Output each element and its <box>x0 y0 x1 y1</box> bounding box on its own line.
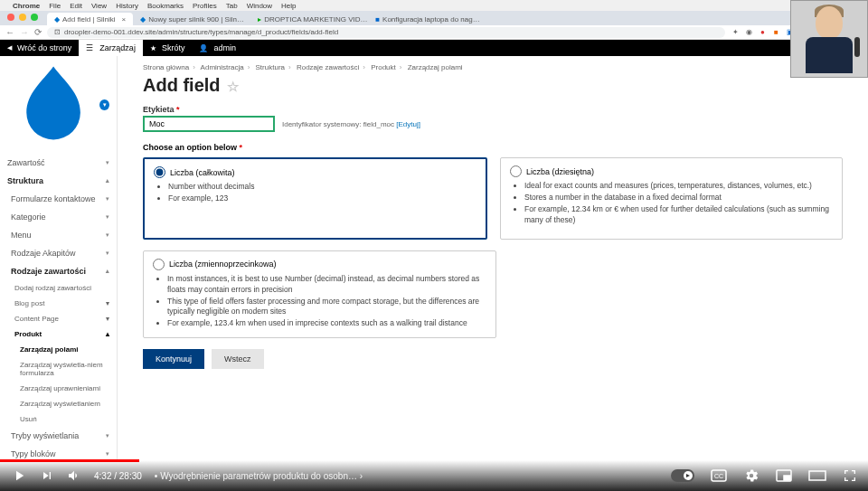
drupal-logo-icon <box>7 59 99 151</box>
shortcuts-menu[interactable]: Skróty <box>143 40 193 56</box>
breadcrumb-item[interactable]: Zarządzaj polami <box>408 63 463 71</box>
svg-rect-7 <box>784 476 790 480</box>
toolbar-label: Wróć do strony <box>17 43 71 52</box>
browser-tab[interactable]: ■Konfiguracja laptopa do nag…× <box>368 13 486 25</box>
webcam-overlay <box>790 0 868 78</box>
option-bullet: For example, 123.4 km when used in impre… <box>167 318 486 329</box>
theater-icon[interactable] <box>808 470 826 481</box>
sidebar-sub-blog[interactable]: Blog post▾ <box>0 296 117 311</box>
sidebar-item-block-types[interactable]: Typy bloków <box>0 445 117 460</box>
menu-chrome[interactable]: Chrome <box>13 2 40 10</box>
sidebar-sub-add-type[interactable]: Dodaj rodzaj zawartości <box>0 280 117 296</box>
breadcrumb-item[interactable]: Produkt <box>371 63 396 71</box>
sidebar-label: Zarządzaj wyświetla-niem formularza <box>20 361 109 377</box>
address-bar[interactable]: ⊡droopler-demo-001.ddev.site/admin/struc… <box>47 27 725 38</box>
menu-tab[interactable]: Tab <box>226 2 238 10</box>
sidebar-subsub-display[interactable]: Zarządzaj wyświetlaniem <box>0 396 117 411</box>
radio-decimal[interactable] <box>510 165 522 177</box>
ext-icon[interactable]: ◉ <box>744 27 754 37</box>
ext-icon[interactable]: ✦ <box>731 27 741 37</box>
video-chapter[interactable]: • Wyodrębnienie parametrów produktu do o… <box>155 471 363 481</box>
menu-bookmarks[interactable]: Bookmarks <box>147 2 184 10</box>
browser-tab[interactable]: ◆Add field | Silniki× <box>47 13 133 25</box>
sidebar-item-categories[interactable]: Kategorie <box>0 208 117 226</box>
menu-view[interactable]: View <box>91 2 107 10</box>
option-title: Liczba (dziesiętna) <box>526 167 594 176</box>
menu-window[interactable]: Window <box>247 2 272 10</box>
toolbar-label: Zarządzaj <box>99 43 136 52</box>
menu-help[interactable]: Help <box>281 2 296 10</box>
browser-tab[interactable]: ◆Nowy super silnik 900 | Siln…× <box>133 13 250 25</box>
browser-tab[interactable]: ▸DROPTICA MARKETING VID…× <box>250 13 368 25</box>
sidebar-item-content[interactable]: Zawartość <box>0 154 117 172</box>
captions-icon[interactable]: CC <box>711 469 727 482</box>
sidebar-label: Content Page <box>14 315 59 323</box>
menu-file[interactable]: File <box>49 2 61 10</box>
tab-label: DROPTICA MARKETING VID… <box>264 15 367 24</box>
volume-icon[interactable] <box>67 468 81 483</box>
option-integer[interactable]: Liczba (całkowita) Number without decima… <box>143 157 487 240</box>
breadcrumb-item[interactable]: Struktura <box>256 63 285 71</box>
sidebar-item-menu[interactable]: Menu <box>0 226 117 244</box>
option-bullet: Number without decimals <box>168 182 476 193</box>
reload-icon[interactable]: ⟳ <box>34 27 42 37</box>
close-tab-icon[interactable]: × <box>122 15 127 24</box>
sidebar-sub-product[interactable]: Produkt▴ <box>0 326 117 342</box>
autoplay-toggle[interactable] <box>671 469 694 482</box>
main-content: Strona główna› Administracja› Struktura›… <box>118 56 868 460</box>
sidebar-label: Dodaj rodzaj zawartości <box>14 284 91 292</box>
sidebar-subsub-permissions[interactable]: Zarządzaj uprawnieniami <box>0 381 117 396</box>
close-window[interactable] <box>7 14 14 21</box>
minimize-window[interactable] <box>19 14 26 21</box>
sidebar-label: Zarządzaj wyświetlaniem <box>20 400 100 408</box>
manage-menu[interactable]: Zarządzaj <box>79 40 143 56</box>
sidebar-label: Tryby wyświetlania <box>11 431 79 440</box>
radio-integer[interactable] <box>154 166 165 178</box>
ext-icon[interactable]: ● <box>758 27 768 37</box>
sidebar-subsub-form-display[interactable]: Zarządzaj wyświetla-niem formularza <box>0 357 117 381</box>
sidebar-item-paragraph-types[interactable]: Rodzaje Akapitów <box>0 244 117 262</box>
sidebar-item-contact-forms[interactable]: Formularze kontaktowe <box>0 190 117 208</box>
option-decimal[interactable]: Liczba (dziesiętna) Ideal for exact coun… <box>500 157 843 240</box>
sidebar-sub-content-page[interactable]: Content Page▾ <box>0 311 117 326</box>
back-button[interactable]: Wstecz <box>212 349 264 369</box>
user-menu[interactable]: admin <box>192 40 243 56</box>
fullscreen-icon[interactable] <box>843 468 857 483</box>
radio-float[interactable] <box>153 259 165 270</box>
sidebar-subsub-delete[interactable]: Usuń <box>0 411 117 427</box>
menu-history[interactable]: History <box>116 2 138 10</box>
label-input[interactable] <box>143 116 275 132</box>
option-float[interactable]: Liczba (zmiennoprzecinkowa) In most inst… <box>143 250 496 338</box>
sidebar-item-structure[interactable]: Struktura <box>0 172 117 190</box>
back-to-site[interactable]: Wróć do strony <box>0 40 79 56</box>
edit-machine-name[interactable]: [Edytuj] <box>396 120 420 128</box>
collapse-icon[interactable]: ▾ <box>99 99 109 110</box>
sidebar-item-content-types[interactable]: Rodzaje zawartości <box>0 262 117 280</box>
continue-button[interactable]: Kontynuuj <box>143 349 204 369</box>
menu-edit[interactable]: Edit <box>70 2 82 10</box>
sidebar-label: Typy bloków <box>11 449 56 458</box>
sidebar-label: Zarządzaj uprawnieniami <box>20 384 100 392</box>
sidebar-label: Rodzaje Akapitów <box>11 249 76 258</box>
star-icon[interactable]: ☆ <box>227 79 239 94</box>
breadcrumb-item[interactable]: Rodzaje zawartości <box>297 63 359 71</box>
breadcrumb-item[interactable]: Administracja <box>201 63 244 71</box>
macos-menu-bar: Chrome File Edit View History Bookmarks … <box>0 0 868 11</box>
ext-icon[interactable]: ■ <box>771 27 781 37</box>
back-icon[interactable]: ← <box>5 27 14 37</box>
video-controls: 4:32 / 28:30 • Wyodrębnienie parametrów … <box>0 460 868 491</box>
toolbar-label: admin <box>213 43 236 52</box>
sidebar-item-display-modes[interactable]: Tryby wyświetlania <box>0 427 117 445</box>
breadcrumb-item[interactable]: Strona główna <box>143 63 189 71</box>
menu-profiles[interactable]: Profiles <box>193 2 217 10</box>
next-icon[interactable] <box>40 468 54 483</box>
miniplayer-icon[interactable] <box>776 469 792 482</box>
play-icon[interactable] <box>11 467 27 484</box>
site-info-icon[interactable]: ⊡ <box>54 28 61 36</box>
forward-icon[interactable]: → <box>20 27 29 37</box>
sidebar-label: Kategorie <box>11 212 46 222</box>
settings-icon[interactable] <box>743 467 760 484</box>
maximize-window[interactable] <box>31 14 38 21</box>
sidebar-subsub-manage-fields[interactable]: Zarządzaj polami <box>0 342 117 357</box>
tab-label: Add field | Silniki <box>62 15 116 24</box>
